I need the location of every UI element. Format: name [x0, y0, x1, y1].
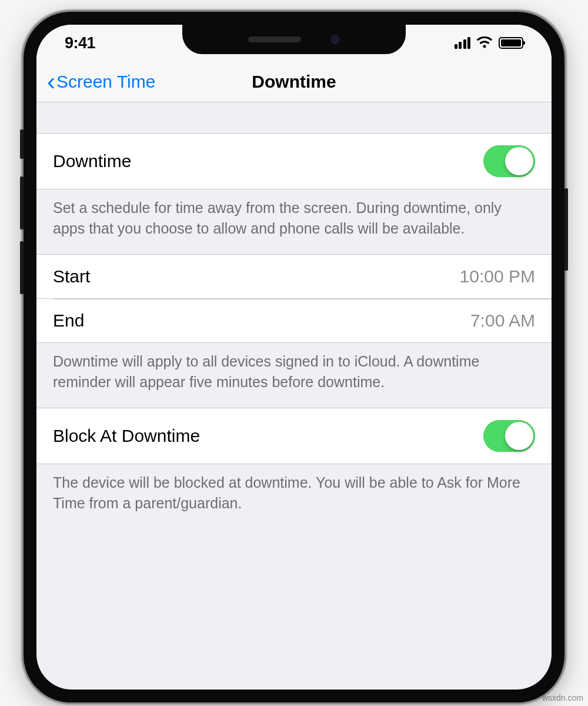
downtime-toggle-label: Downtime — [53, 151, 131, 171]
section-spacer — [36, 102, 552, 133]
chevron-left-icon: ‹ — [47, 69, 55, 94]
watermark: wsxdn.com — [542, 693, 583, 702]
wifi-icon — [476, 35, 493, 51]
start-label: Start — [53, 267, 90, 287]
back-label: Screen Time — [56, 72, 155, 92]
schedule-description: Downtime will apply to all devices signe… — [36, 343, 552, 408]
phone-frame: 9:41 ‹ Scr — [24, 12, 564, 702]
screen: 9:41 ‹ Scr — [36, 25, 552, 690]
notch — [182, 25, 406, 54]
block-toggle[interactable] — [483, 420, 535, 452]
battery-icon — [499, 37, 523, 49]
start-time-row[interactable]: Start 10:00 PM — [36, 254, 552, 299]
toggle-knob — [505, 147, 533, 175]
volume-up-button — [20, 176, 24, 229]
end-value: 7:00 AM — [470, 311, 535, 331]
volume-down-button — [20, 241, 24, 294]
navigation-bar: ‹ Screen Time Downtime — [36, 61, 552, 102]
power-button — [564, 188, 568, 271]
block-toggle-label: Block At Downtime — [53, 426, 200, 446]
speaker-grille — [248, 36, 301, 42]
end-time-row[interactable]: End 7:00 AM — [36, 299, 552, 343]
back-button[interactable]: ‹ Screen Time — [47, 69, 155, 94]
downtime-toggle-row: Downtime — [36, 133, 552, 189]
status-icons — [455, 35, 524, 51]
block-toggle-row: Block At Downtime — [36, 408, 552, 464]
downtime-description: Set a schedule for time away from the sc… — [36, 189, 552, 254]
block-description: The device will be blocked at downtime. … — [36, 464, 552, 529]
status-time: 9:41 — [65, 34, 95, 52]
toggle-knob — [505, 422, 533, 450]
end-label: End — [53, 311, 84, 331]
start-value: 10:00 PM — [460, 267, 535, 287]
page-title: Downtime — [252, 72, 336, 92]
downtime-toggle[interactable] — [483, 145, 535, 177]
cellular-signal-icon — [455, 37, 471, 49]
mute-switch — [20, 129, 24, 159]
front-camera — [330, 35, 340, 44]
